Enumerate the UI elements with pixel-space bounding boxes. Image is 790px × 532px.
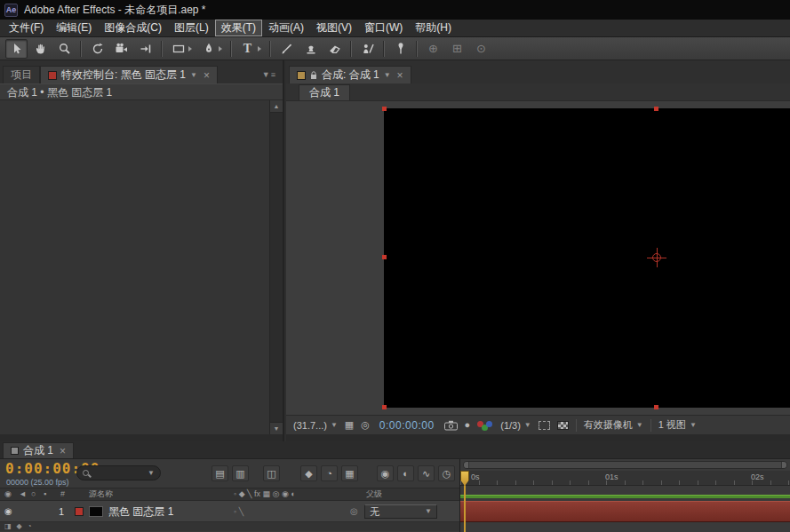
hide-shy-layers-icon[interactable]: ◆ <box>300 465 317 481</box>
composition-canvas[interactable] <box>384 108 790 408</box>
toolbar: T ⊕ ⊞ ⊙ <box>0 37 790 60</box>
parent-dropdown[interactable]: 无 ▼ <box>364 504 437 519</box>
comp-handle-bottom-center[interactable] <box>654 405 658 409</box>
tab-effect-controls[interactable]: 特效控制台: 黑色 固态层 1 ▼ × <box>40 66 218 83</box>
axis-view-icon[interactable]: ⊙ <box>470 39 492 59</box>
layer-duration-bar[interactable] <box>460 501 790 522</box>
close-icon[interactable]: × <box>203 70 210 81</box>
menu-effect[interactable]: 效果(T) <box>215 20 262 36</box>
rotation-tool[interactable] <box>86 39 108 59</box>
panel-menu-icon[interactable]: ▼≡ <box>262 70 276 79</box>
roto-brush-tool[interactable] <box>356 39 379 59</box>
layer-name[interactable]: 黑色 固态层 1 <box>108 506 173 517</box>
close-icon[interactable]: × <box>397 70 403 81</box>
expand-in-out-icon[interactable]: ◔ <box>28 523 32 530</box>
anchor-point-crosshair[interactable] <box>647 248 666 267</box>
chevron-down-icon: ▼ <box>690 422 697 429</box>
chevron-down-icon[interactable]: ▼ <box>148 470 155 477</box>
pan-behind-tool[interactable] <box>134 39 156 59</box>
viewer-tab-comp1[interactable]: 合成 1 <box>299 84 350 100</box>
composition-viewer[interactable] <box>286 101 790 415</box>
graph-editor-icon[interactable]: ∿ <box>418 465 435 481</box>
viewer-timecode[interactable]: 0:00:00:00 <box>377 419 437 432</box>
source-name-column-label[interactable]: 源名称 <box>89 490 113 498</box>
live-update-icon[interactable]: ◷ <box>438 465 455 481</box>
vertical-scrollbar[interactable]: ▲ ▼ <box>269 100 283 434</box>
tab-project[interactable]: 项目 <box>3 66 40 83</box>
layer-switches[interactable]: ◦ ╲ <box>234 508 243 516</box>
show-channels-icon[interactable] <box>477 420 493 431</box>
rotation-icon <box>91 42 105 56</box>
rectangle-tool[interactable] <box>167 39 189 59</box>
flowchart-icon[interactable]: ▥ <box>232 465 249 481</box>
comp-handle-middle-left[interactable] <box>382 255 387 259</box>
expand-layer-switches-icon[interactable]: ◨ <box>4 523 12 530</box>
roto-brush-icon <box>361 42 375 56</box>
view-layout-dropdown[interactable]: 1 视图 ▼ <box>658 418 697 432</box>
eraser-tool[interactable] <box>323 39 346 59</box>
chevron-down-icon[interactable]: ▼ <box>384 72 391 79</box>
draft-3d-icon[interactable]: ◫ <box>263 465 280 481</box>
snapshot-camera-icon[interactable] <box>444 420 458 431</box>
menu-composition[interactable]: 图像合成(C) <box>98 20 168 36</box>
scroll-down-icon[interactable]: ▼ <box>270 422 283 434</box>
menu-view[interactable]: 视图(V) <box>310 20 358 36</box>
close-icon[interactable]: × <box>60 446 66 457</box>
layer-row[interactable]: ◉ 1 黑色 固态层 1 ◦ ╲ ◎ 无 ▼ <box>0 501 459 522</box>
type-tool[interactable]: T <box>236 39 259 59</box>
grid-guides-icon[interactable]: ▦ <box>345 420 354 430</box>
menu-window[interactable]: 窗口(W) <box>358 20 409 36</box>
hidden-tools-caret[interactable] <box>219 46 225 52</box>
magnification-value: (31.7...) <box>293 420 327 431</box>
search-input[interactable] <box>92 468 144 479</box>
show-snapshot-icon[interactable]: ● <box>465 420 471 430</box>
puppet-pin-tool[interactable] <box>389 39 411 59</box>
mini-flowchart-icon[interactable]: ▤ <box>211 465 228 481</box>
comp-handle-bottom-left[interactable] <box>382 405 387 409</box>
magnification-dropdown[interactable]: (31.7...) ▼ <box>293 420 338 431</box>
chevron-down-icon[interactable]: ▼ <box>190 72 197 79</box>
menu-edit[interactable]: 编辑(E) <box>50 20 98 36</box>
selection-tool[interactable] <box>5 39 28 59</box>
comp-handle-top-center[interactable] <box>654 107 658 111</box>
timeline-tab[interactable]: 合成 1 × <box>3 442 74 458</box>
region-of-interest-icon[interactable] <box>539 421 550 430</box>
timeline-bottom-bar: ◨ ◆ ◔ <box>0 522 459 531</box>
menu-help[interactable]: 帮助(H) <box>409 20 458 36</box>
timeline-search[interactable]: ▼ <box>76 465 161 480</box>
clone-stamp-tool[interactable] <box>299 39 322 59</box>
axis-local-icon[interactable]: ⊕ <box>422 39 444 59</box>
tab-composition[interactable]: 合成: 合成 1 ▼ × <box>289 66 411 83</box>
resolution-dropdown[interactable]: (1/3) ▼ <box>500 420 531 431</box>
menu-file[interactable]: 文件(F) <box>3 20 50 36</box>
unified-camera-tool[interactable] <box>110 39 132 59</box>
active-camera-dropdown[interactable]: 有效摄像机 ▼ <box>584 418 643 432</box>
layer-visibility-toggle[interactable]: ◉ <box>4 507 12 516</box>
brush-tool[interactable] <box>275 39 298 59</box>
pen-tool[interactable] <box>197 39 219 59</box>
time-ruler[interactable]: 0s 01s 02s <box>460 471 790 486</box>
hand-tool[interactable] <box>29 39 52 59</box>
expand-transfer-controls-icon[interactable]: ◆ <box>17 523 22 530</box>
menu-layer[interactable]: 图层(L) <box>168 20 215 36</box>
parent-pickwhip-icon[interactable]: ◎ <box>350 507 358 516</box>
titlebar[interactable]: Ae Adobe After Effects - 未命名项目.aep * <box>0 0 790 20</box>
auto-keyframe-icon[interactable]: ◐ <box>397 465 414 481</box>
scroll-up-icon[interactable]: ▲ <box>270 100 283 113</box>
axis-world-icon[interactable]: ⊞ <box>446 39 468 59</box>
time-navigator[interactable] <box>463 461 787 469</box>
brainstorm-icon[interactable]: ◉ <box>377 465 394 481</box>
active-camera-value: 有效摄像机 <box>584 418 633 432</box>
hidden-tools-caret[interactable] <box>258 46 264 52</box>
mask-visibility-icon[interactable]: ◎ <box>361 420 370 430</box>
transparency-grid-icon[interactable] <box>557 421 569 430</box>
zoom-tool[interactable] <box>53 39 76 59</box>
timeline-track-area[interactable]: 0s 01s 02s <box>460 459 790 532</box>
layer-label-color[interactable] <box>75 507 84 516</box>
menu-animation[interactable]: 动画(A) <box>262 20 310 36</box>
hidden-tools-caret[interactable] <box>188 46 195 52</box>
frame-blending-icon[interactable]: ◔ <box>321 465 338 481</box>
comp-handle-top-left[interactable] <box>382 107 387 111</box>
motion-blur-icon[interactable]: ▦ <box>341 465 358 481</box>
lock-icon[interactable] <box>310 71 317 80</box>
